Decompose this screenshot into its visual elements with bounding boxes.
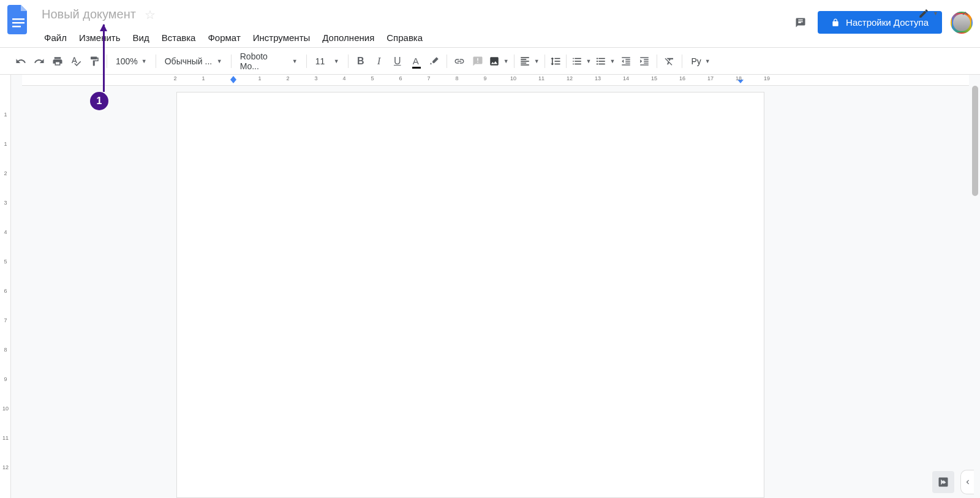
separator [545, 55, 545, 68]
chevron-down-icon: ▼ [292, 58, 298, 64]
decrease-indent-button[interactable] [617, 53, 635, 70]
separator [348, 55, 349, 68]
menu-help[interactable]: Справка [380, 29, 429, 47]
font-value: Roboto Mo... [240, 51, 288, 71]
menu-edit[interactable]: Изменить [73, 29, 127, 47]
clear-formatting-button[interactable] [661, 53, 678, 70]
font-size-select[interactable]: 11▼ [311, 53, 344, 70]
italic-button[interactable]: I [371, 53, 388, 70]
text-color-button[interactable]: A [407, 53, 424, 70]
vertical-scrollbar[interactable] [971, 86, 979, 473]
annotation-badge: 1 [90, 92, 108, 110]
redo-button[interactable] [31, 53, 48, 70]
horizontal-ruler[interactable]: 2 1 1 2 3 4 5 6 7 8 9 10 11 12 13 14 15 … [22, 75, 969, 86]
separator [657, 55, 657, 68]
collapse-toolbar-button[interactable] [957, 5, 974, 22]
chevron-down-icon: ▼ [610, 58, 616, 64]
zoom-select[interactable]: 100%▼ [111, 53, 152, 70]
font-size-value: 11 [315, 56, 325, 66]
increase-indent-button[interactable] [636, 53, 653, 70]
document-page[interactable] [176, 92, 764, 498]
menu-bar: Файл Изменить Вид Вставка Формат Инструм… [38, 29, 792, 47]
vertical-ruler: 1 1 2 3 4 5 6 7 8 9 10 11 12 [0, 75, 11, 498]
chevron-down-icon: ▼ [705, 58, 710, 64]
style-value: Обычный ... [165, 56, 212, 66]
checklist-button[interactable]: ▼ [570, 53, 593, 70]
svg-rect-0 [12, 18, 24, 20]
toolbar: 100%▼ Обычный ...▼ Roboto Mo...▼ 11▼ B I… [0, 48, 980, 75]
bold-button[interactable]: B [352, 53, 369, 70]
separator [682, 55, 682, 68]
zoom-value: 100% [116, 56, 138, 66]
menu-view[interactable]: Вид [127, 29, 156, 47]
menu-format[interactable]: Формат [202, 29, 246, 47]
separator [514, 55, 514, 68]
paint-format-button[interactable] [86, 53, 103, 70]
separator [107, 55, 107, 68]
highlight-button[interactable] [426, 53, 443, 70]
chevron-down-icon: ▼ [334, 58, 339, 64]
editing-mode-button[interactable]: ▼ [913, 5, 943, 22]
menu-tools[interactable]: Инструменты [247, 29, 317, 47]
input-tool-label: Ру [691, 56, 701, 66]
font-select[interactable]: Roboto Mo...▼ [235, 53, 303, 70]
separator [156, 55, 156, 68]
print-button[interactable] [49, 53, 66, 70]
separator [231, 55, 232, 68]
separator [447, 55, 447, 68]
line-spacing-button[interactable] [549, 53, 562, 70]
docs-logo[interactable] [7, 5, 32, 38]
menu-addons[interactable]: Дополнения [316, 29, 380, 47]
chevron-down-icon: ▼ [534, 58, 540, 64]
chevron-down-icon: ▼ [586, 58, 592, 64]
menu-insert[interactable]: Вставка [156, 29, 202, 47]
annotation-arrow [103, 25, 105, 92]
input-tools-button[interactable]: Ру▼ [686, 53, 715, 70]
star-icon[interactable]: ☆ [145, 7, 156, 22]
chevron-down-icon: ▼ [217, 58, 222, 64]
svg-rect-2 [12, 26, 21, 28]
separator [306, 55, 307, 68]
chevron-down-icon: ▼ [141, 58, 147, 64]
underline-button[interactable]: U [389, 53, 406, 70]
spellcheck-button[interactable] [67, 53, 85, 70]
align-button[interactable]: ▼ [518, 53, 541, 70]
undo-button[interactable] [12, 53, 29, 70]
chevron-down-icon: ▼ [933, 10, 938, 17]
insert-link-button[interactable] [451, 53, 468, 70]
svg-rect-1 [12, 22, 24, 24]
explore-button[interactable] [932, 471, 954, 493]
paragraph-style-select[interactable]: Обычный ...▼ [160, 53, 227, 70]
chevron-down-icon: ▼ [503, 58, 509, 64]
menu-file[interactable]: Файл [38, 29, 73, 47]
insert-comment-button[interactable] [469, 53, 486, 70]
insert-image-button[interactable]: ▼ [488, 53, 510, 70]
comments-icon[interactable] [792, 14, 809, 31]
bulleted-list-button[interactable]: ▼ [594, 53, 617, 70]
separator [566, 55, 567, 68]
document-title[interactable]: Новый документ [38, 6, 140, 23]
side-panel-toggle[interactable] [960, 470, 974, 494]
